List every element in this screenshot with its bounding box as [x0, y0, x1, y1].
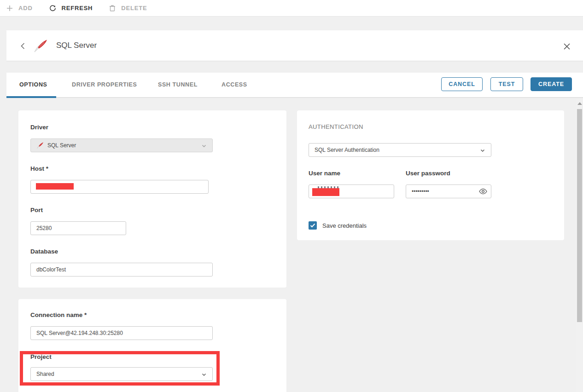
- refresh-icon: [49, 5, 56, 12]
- test-button[interactable]: TEST: [490, 77, 523, 91]
- tab-driver-properties[interactable]: DRIVER PROPERTIES: [72, 81, 137, 88]
- auth-method-value: SQL Server Authentication: [315, 147, 379, 153]
- create-button[interactable]: CREATE: [531, 77, 572, 91]
- dialog-header: SQL Server: [6, 30, 583, 61]
- sql-server-logo-icon: [33, 39, 48, 53]
- add-button-label: ADD: [18, 5, 33, 12]
- chevron-down-icon: [200, 142, 208, 151]
- password-field-wrap: [406, 184, 491, 198]
- back-button[interactable]: [18, 41, 28, 51]
- project-select[interactable]: Shared: [30, 367, 213, 381]
- tab-options[interactable]: OPTIONS: [19, 81, 47, 88]
- dialog-title: SQL Server: [56, 41, 97, 50]
- delete-button-label: DELETE: [121, 5, 147, 12]
- add-button[interactable]: ADD: [6, 5, 33, 12]
- host-label: Host *: [30, 165, 48, 172]
- port-input[interactable]: [30, 221, 126, 235]
- vertical-scrollbar[interactable]: [576, 98, 583, 392]
- authentication-section-title: AUTHENTICATION: [309, 123, 363, 130]
- connection-name-label: Connection name *: [30, 311, 87, 318]
- delete-button[interactable]: DELETE: [109, 5, 147, 12]
- tab-bar: OPTIONS DRIVER PROPERTIES SSH TUNNEL ACC…: [6, 73, 583, 98]
- refresh-button-label: REFRESH: [62, 5, 93, 12]
- project-select-value: Shared: [36, 371, 54, 377]
- save-credentials-label: Save credentials: [322, 222, 367, 229]
- connection-name-card: Connection name * Project Shared: [18, 299, 286, 392]
- save-credentials-row[interactable]: Save credentials: [309, 221, 367, 230]
- project-label: Project: [30, 353, 52, 360]
- plus-icon: [6, 5, 13, 12]
- port-label: Port: [30, 207, 43, 213]
- close-icon[interactable]: [563, 42, 571, 51]
- tab-access[interactable]: ACCESS: [222, 81, 247, 88]
- username-redaction-bar: [312, 188, 339, 196]
- refresh-button[interactable]: REFRESH: [49, 5, 93, 12]
- cancel-button[interactable]: CANCEL: [441, 77, 483, 91]
- app-screen: ADD REFRESH DELETE: [0, 0, 583, 392]
- connection-name-input[interactable]: [30, 326, 213, 340]
- dialog-content: Driver SQL Server Host *: [6, 98, 583, 392]
- top-toolbar: ADD REFRESH DELETE: [0, 0, 583, 17]
- driver-select-value: SQL Server: [47, 142, 76, 149]
- database-label: Database: [30, 248, 58, 255]
- database-input[interactable]: [30, 263, 213, 277]
- host-redaction-bar: [36, 183, 74, 190]
- trash-icon: [109, 5, 116, 12]
- scrollbar-up-arrow-icon[interactable]: [577, 102, 582, 105]
- save-credentials-checkbox[interactable]: [309, 221, 317, 230]
- sql-server-driver-icon: [36, 142, 44, 149]
- chevron-down-icon: [479, 147, 486, 156]
- username-label: User name: [309, 170, 340, 177]
- authentication-card: AUTHENTICATION SQL Server Authentication…: [297, 110, 564, 240]
- scrollbar-thumb[interactable]: [577, 109, 582, 322]
- eye-icon[interactable]: [478, 187, 488, 196]
- driver-select[interactable]: SQL Server: [30, 138, 213, 152]
- driver-label: Driver: [30, 124, 48, 131]
- connection-settings-card: Driver SQL Server Host *: [18, 110, 286, 288]
- connection-dialog: SQL Server OPTIONS DRIVER PROPERTIES SSH…: [6, 30, 583, 392]
- tab-ssh-tunnel[interactable]: SSH TUNNEL: [158, 81, 198, 88]
- chevron-down-icon: [200, 371, 208, 380]
- auth-method-select[interactable]: SQL Server Authentication: [309, 143, 491, 157]
- password-label: User password: [406, 170, 450, 177]
